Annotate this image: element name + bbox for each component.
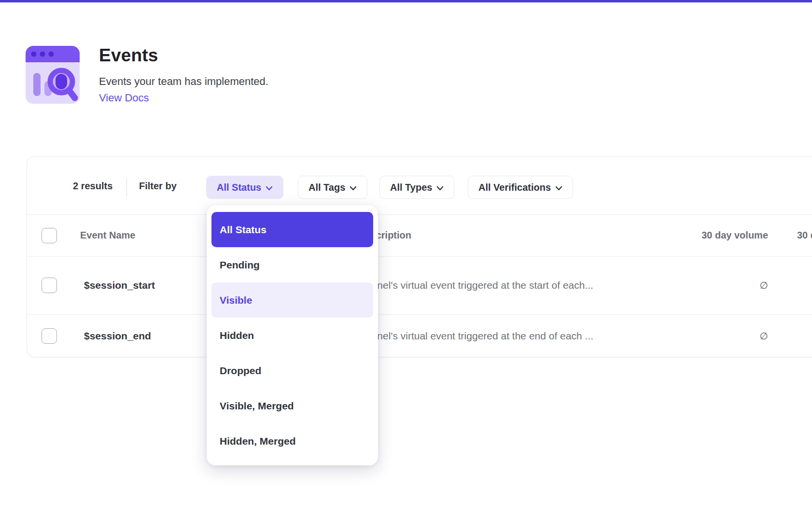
toolbar-divider bbox=[126, 179, 127, 196]
column-header-clipped: 30 d bbox=[797, 230, 812, 241]
table-row[interactable]: $session_start panel's virtual event tri… bbox=[27, 256, 812, 314]
dropdown-item-hidden[interactable]: Hidden bbox=[211, 318, 373, 353]
filter-all-types[interactable]: All Types bbox=[379, 176, 454, 199]
page-title: Events bbox=[99, 45, 158, 66]
results-count: 2 results bbox=[73, 181, 112, 192]
row-checkbox[interactable] bbox=[42, 278, 57, 293]
column-header-event-name: Event Name bbox=[80, 230, 136, 241]
view-docs-link[interactable]: View Docs bbox=[99, 92, 149, 104]
filter-all-tags[interactable]: All Tags bbox=[298, 176, 367, 199]
dropdown-item-dropped[interactable]: Dropped bbox=[211, 353, 373, 388]
chevron-down-icon bbox=[266, 185, 273, 191]
status-filter-dropdown: All Status Pending Visible Hidden Droppe… bbox=[207, 205, 378, 465]
table-header-row: Event Name Description 30 day volume 30 … bbox=[27, 214, 812, 256]
filter-all-status-label: All Status bbox=[217, 182, 261, 193]
filter-by-label: Filter by bbox=[139, 181, 177, 192]
column-header-30-day-volume: 30 day volume bbox=[701, 230, 768, 241]
event-name: $session_end bbox=[84, 330, 151, 342]
event-description: panel's virtual event triggered at the e… bbox=[366, 330, 593, 342]
filter-all-verifications[interactable]: All Verifications bbox=[468, 176, 573, 199]
select-all-checkbox[interactable] bbox=[42, 228, 57, 243]
top-accent-bar bbox=[0, 0, 812, 2]
filter-all-verifications-label: All Verifications bbox=[478, 182, 551, 193]
events-analytics-icon bbox=[26, 46, 80, 104]
dropdown-item-pending[interactable]: Pending bbox=[211, 247, 373, 282]
chevron-down-icon bbox=[350, 185, 357, 191]
table-row[interactable]: $session_end panel's virtual event trigg… bbox=[27, 314, 812, 357]
page-subtitle: Events your team has implemented. bbox=[99, 75, 268, 88]
filter-all-tags-label: All Tags bbox=[308, 182, 345, 193]
event-description: panel's virtual event triggered at the s… bbox=[366, 280, 593, 291]
row-checkbox[interactable] bbox=[42, 328, 57, 344]
dropdown-item-visible-merged[interactable]: Visible, Merged bbox=[211, 388, 373, 423]
event-name: $session_start bbox=[84, 280, 155, 291]
dropdown-item-all-status[interactable]: All Status bbox=[211, 212, 373, 247]
filter-all-types-label: All Types bbox=[390, 182, 432, 193]
event-volume: ∅ bbox=[760, 280, 768, 291]
dropdown-item-visible[interactable]: Visible bbox=[211, 282, 373, 318]
chevron-down-icon bbox=[555, 185, 562, 191]
dropdown-item-hidden-merged[interactable]: Hidden, Merged bbox=[211, 423, 373, 459]
filter-all-status[interactable]: All Status bbox=[206, 176, 283, 199]
event-volume: ∅ bbox=[760, 330, 768, 342]
events-table-card: 2 results Filter by All Status All Tags … bbox=[27, 156, 812, 357]
chevron-down-icon bbox=[436, 185, 444, 191]
